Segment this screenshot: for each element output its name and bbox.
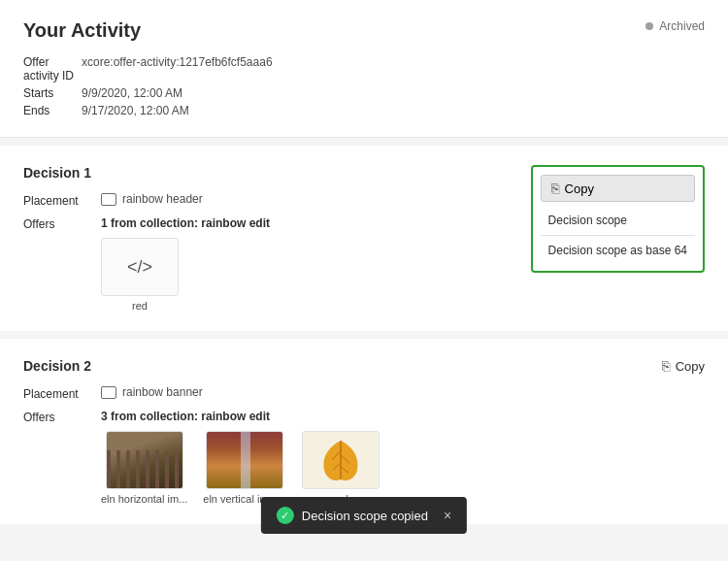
offers-label-2: Offers bbox=[23, 409, 101, 424]
dropdown-divider bbox=[541, 235, 695, 236]
offer-thumb-red: </> red bbox=[101, 238, 179, 312]
dropdown-item-scope-base64[interactable]: Decision scope as base 64 bbox=[541, 238, 695, 263]
toast-check-icon: ✓ bbox=[277, 507, 294, 524]
placement-label-2: Placement bbox=[23, 385, 101, 401]
archived-dot bbox=[645, 22, 653, 30]
leaf-svg bbox=[316, 436, 365, 484]
ends-value: 9/17/2020, 12:00 AM bbox=[82, 104, 705, 117]
copy-dropdown-d1: ⎘ Copy Decision scope Decision scope as … bbox=[531, 165, 705, 273]
ends-label: Ends bbox=[23, 104, 82, 117]
copy-btn-label-d2: Copy bbox=[676, 359, 705, 374]
main-container: Your Activity Archived Offer activity ID… bbox=[0, 0, 728, 524]
activity-meta: Offer activity ID xcore:offer-activity:1… bbox=[23, 55, 705, 117]
toast-message: Decision scope copied bbox=[302, 509, 428, 523]
copy-button-d1[interactable]: ⎘ Copy bbox=[541, 175, 695, 202]
dropdown-item-scope[interactable]: Decision scope bbox=[541, 208, 695, 233]
archived-badge: Archived bbox=[645, 19, 705, 33]
offers-text-2: 3 from collection: rainbow edit bbox=[101, 410, 270, 423]
placement-icon-1 bbox=[101, 193, 116, 206]
starts-label: Starts bbox=[23, 86, 82, 100]
placement-label-1: Placement bbox=[23, 192, 101, 208]
waterfall-image bbox=[207, 431, 282, 489]
offer-thumbnails-2: eln horizontal im... eln vertical image bbox=[101, 431, 705, 505]
forest-image bbox=[107, 431, 182, 489]
leaf-image bbox=[303, 431, 379, 489]
code-icon: </> bbox=[127, 257, 152, 278]
offers-value-2: 3 from collection: rainbow edit eln hori… bbox=[101, 409, 705, 505]
starts-value: 9/9/2020, 12:00 AM bbox=[82, 86, 705, 100]
placement-text-2: rainbow banner bbox=[122, 385, 203, 399]
offer-thumb-forest: eln horizontal im... bbox=[101, 431, 187, 505]
offer-thumb-label-red: red bbox=[132, 300, 148, 312]
copy-icon-d2: ⎘ bbox=[662, 358, 670, 374]
offer-thumb-label-forest: eln horizontal im... bbox=[101, 493, 187, 505]
offers-label-1: Offers bbox=[23, 215, 101, 231]
decision-1-section: Decision 1 Placement rainbow header Offe… bbox=[0, 146, 728, 331]
decision-2-title: Decision 2 bbox=[23, 358, 705, 374]
placement-icon-2 bbox=[101, 386, 116, 399]
toast-close-button[interactable]: × bbox=[444, 508, 451, 523]
decision-2-row: Placement rainbow banner Offers 3 from c… bbox=[23, 385, 705, 505]
offer-thumb-box-forest bbox=[106, 431, 183, 489]
toast-notification: ✓ Decision scope copied × bbox=[261, 497, 467, 534]
offer-thumb-box-leaf bbox=[302, 431, 380, 489]
offers-text-1: 1 from collection: rainbow edit bbox=[101, 216, 270, 230]
offer-id-label: Offer activity ID bbox=[23, 55, 82, 82]
copy-area-d2[interactable]: ⎘ Copy bbox=[662, 358, 705, 374]
copy-icon-d1: ⎘ bbox=[551, 181, 559, 196]
placement-text-1: rainbow header bbox=[122, 192, 203, 206]
copy-btn-label-d1: Copy bbox=[565, 182, 594, 196]
offer-id-value: xcore:offer-activity:1217efb6fcf5aaa6 bbox=[82, 55, 705, 82]
offer-thumb-leaf: red bbox=[302, 431, 380, 505]
activity-title: Your Activity bbox=[23, 19, 141, 42]
placement-value-2: rainbow banner bbox=[101, 385, 705, 399]
offer-thumb-box-waterfall bbox=[206, 431, 283, 489]
offer-thumb-waterfall: eln vertical image bbox=[203, 431, 286, 505]
activity-header: Your Activity Archived bbox=[23, 19, 705, 42]
archived-label: Archived bbox=[659, 19, 705, 33]
offer-thumb-box-red: </> bbox=[101, 238, 179, 296]
activity-card: Your Activity Archived Offer activity ID… bbox=[0, 0, 728, 138]
